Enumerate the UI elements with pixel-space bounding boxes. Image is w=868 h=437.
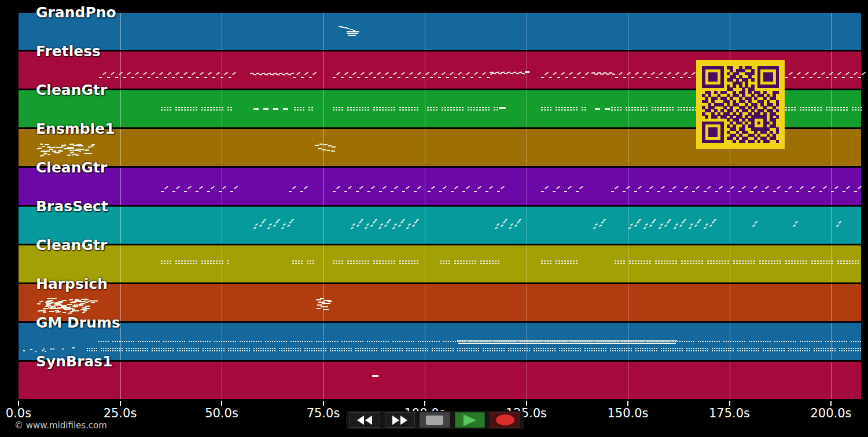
gridline (831, 207, 832, 244)
gridline (425, 362, 425, 399)
gridline (527, 90, 527, 127)
axis-tick (729, 401, 730, 406)
qr-module (776, 140, 779, 144)
gridline (425, 168, 425, 205)
track-band (19, 284, 861, 321)
stop-icon (426, 416, 443, 425)
gridline (222, 207, 222, 244)
track-label: GrandPno (36, 5, 116, 20)
qr-module (757, 140, 761, 144)
transport-bar (346, 411, 524, 429)
gridline (831, 284, 832, 321)
gridline (425, 90, 425, 127)
track-label: CleanGtr (36, 160, 107, 175)
rewind-icon (357, 416, 364, 425)
gridline (222, 284, 222, 321)
gridline (831, 168, 832, 205)
gridline (831, 362, 832, 399)
gridline (323, 129, 324, 166)
gridline (831, 13, 832, 50)
qr-module (776, 85, 779, 88)
gridline (120, 52, 121, 89)
gridline (730, 13, 730, 50)
rewind-button[interactable] (350, 412, 380, 428)
qr-module (742, 140, 745, 144)
fast-forward-button[interactable] (385, 412, 415, 428)
record-button[interactable] (490, 412, 520, 428)
track-band (19, 245, 861, 282)
axis-tick-label: 175.0s (709, 406, 750, 420)
gridline (831, 52, 832, 89)
gridline (730, 207, 730, 244)
gridline (527, 362, 527, 399)
qr-module (776, 115, 779, 119)
stop-button[interactable] (420, 412, 450, 428)
track-label: Ensmble1 (36, 121, 115, 137)
qr-module (720, 140, 724, 144)
gridline (527, 207, 527, 244)
qr-module (751, 140, 755, 144)
qr-module (751, 72, 755, 76)
qr-module (776, 131, 779, 134)
gridline (527, 52, 527, 89)
qr-module (733, 85, 736, 88)
gridline (222, 245, 222, 282)
track-label: GM Drums (36, 315, 120, 330)
track-band (19, 362, 861, 399)
gridline (628, 284, 628, 321)
gridline (120, 207, 121, 244)
gridline (425, 13, 425, 50)
axis-tick (221, 401, 222, 406)
gridline (323, 362, 324, 399)
gridline (222, 168, 222, 205)
gridline (425, 245, 425, 282)
qr-module (714, 97, 718, 100)
gridline (425, 207, 425, 244)
gridline (730, 168, 730, 205)
gridline (323, 90, 324, 127)
gridline (527, 129, 527, 166)
gridline (628, 362, 628, 399)
track-label: CleanGtr (36, 237, 107, 253)
gridline (222, 362, 222, 399)
gridline (831, 129, 832, 166)
gridline (425, 284, 425, 321)
play-icon (464, 414, 476, 426)
qr-module (757, 122, 761, 125)
gridline (628, 13, 628, 50)
track-band (19, 13, 861, 50)
gridline (730, 284, 730, 321)
gridline (628, 90, 628, 127)
qr-module (776, 109, 779, 112)
gridline (323, 207, 324, 244)
axis-tick (830, 401, 832, 406)
qr-module (776, 103, 779, 107)
qr-module (714, 115, 718, 119)
gridline (222, 52, 222, 89)
axis-tick-label: 50.0s (205, 406, 238, 420)
gridline (730, 362, 730, 399)
gridline (323, 52, 324, 89)
track-label: BrasSect (36, 199, 108, 214)
gridline (323, 168, 324, 205)
qr-module (776, 91, 779, 94)
qr-module (705, 115, 708, 119)
record-icon (496, 414, 514, 425)
gridline (323, 245, 324, 282)
gridline (527, 284, 527, 321)
axis-tick-label: 25.0s (104, 406, 137, 420)
copyright-text: © www.midifiles.com (14, 420, 107, 431)
track-label: Harpsich (36, 276, 108, 292)
track-label: Fretless (36, 43, 101, 59)
gridline (628, 52, 628, 89)
qr-module (714, 78, 718, 82)
gridline (222, 13, 222, 50)
gridline (120, 245, 121, 282)
gridline (730, 245, 730, 282)
gridline (323, 13, 324, 50)
gridline (628, 129, 628, 166)
gridline (831, 90, 832, 127)
midi-visualizer: GrandPnoFretlessCleanGtrEnsmble1CleanGtr… (0, 0, 868, 437)
qr-module (767, 140, 770, 144)
play-button[interactable] (455, 412, 486, 428)
